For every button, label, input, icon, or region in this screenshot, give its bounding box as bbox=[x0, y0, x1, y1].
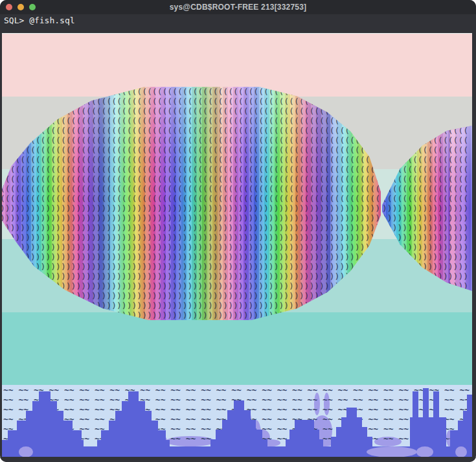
fish-body: ((((((((((((((((((((((((((((((((((((((((… bbox=[2, 87, 381, 320]
mountain-block bbox=[2, 440, 84, 446]
fish-scale-row: ((((((((((((((((((((((((((((((((((((((((… bbox=[2, 194, 381, 203]
fish-scale-row: ))))))))))))))))))))))))))))))))))))))))… bbox=[2, 271, 381, 281]
fish-body-scales: ((((((((((((((((((((((((((((((((((((((((… bbox=[2, 87, 381, 320]
fish-scale-row: ))))))))))))))))))))))))))))))))))))))))… bbox=[2, 213, 381, 223]
mountain-block bbox=[423, 388, 429, 417]
fish-scale-row: ((((((((((((((((((((((((((((((((((((((((… bbox=[2, 184, 381, 194]
mountain-block bbox=[455, 446, 467, 457]
fish-scale-row: ))))))))))))))))))))))))))))))))))))))))… bbox=[2, 242, 381, 252]
fish-scale-row: ))))))))))))))))))))))))))))))))))))))))… bbox=[2, 233, 381, 242]
mountain-block bbox=[286, 439, 323, 446]
fish-scale-row: ((((((((((((((((((((((((((((((((((((((((… bbox=[2, 165, 381, 174]
sea-stripe-teal bbox=[2, 312, 472, 385]
terminal-window: sys@CDB$ROOT-FREE 213[332753] SQL> @fish… bbox=[0, 0, 476, 462]
fish-scale-row: ))))))))))))))))) bbox=[382, 213, 472, 223]
fish-scale-row: ((((((((((((((((((((((((((((((((((((((((… bbox=[2, 155, 381, 165]
mountain-block bbox=[463, 411, 472, 421]
fish-scale-row: ))))))))))))))))))))))))))))))))))))))))… bbox=[2, 223, 381, 233]
fish-scale-row: ((((((((((((((((((((((((((((((((((((((((… bbox=[2, 174, 381, 184]
fish-scale-row: ((((((((((((((((((((((((((((((((((((((((… bbox=[2, 145, 381, 155]
fish-scale-row: ((((((((((((((((( bbox=[382, 194, 472, 203]
fish-scale-row: ((((((((((((((((( bbox=[382, 184, 472, 194]
fish-scale-row: ((((((((((((((((((((((((((((((((((((((((… bbox=[2, 126, 381, 135]
mountain-block bbox=[433, 391, 439, 417]
fish-scale-row: ))))))))))))))))) bbox=[382, 223, 472, 233]
fish-scale-row: ))))))))))))))))))))))))))))))))))))))))… bbox=[2, 262, 381, 271]
fish-scale-row: ))))))))))))))))))))))))))))))))))))))))… bbox=[2, 252, 381, 262]
title-bar[interactable]: sys@CDB$ROOT-FREE 213[332753] bbox=[0, 0, 476, 14]
mountain-block bbox=[416, 446, 433, 457]
mountain-block bbox=[97, 440, 170, 446]
mountain-block bbox=[210, 439, 267, 446]
window-bottom-edge bbox=[0, 457, 476, 462]
window-title: sys@CDB$ROOT-FREE 213[332753] bbox=[0, 3, 476, 12]
ascii-art-canvas: ((((((((((((((((((((((((((((((((((((((((… bbox=[2, 33, 472, 457]
mountain-block bbox=[410, 417, 446, 446]
fish-scale-row: ((((((((((((((((((((((((((((((((((((((((… bbox=[2, 135, 381, 145]
mountain-block bbox=[413, 391, 418, 417]
mountain-block bbox=[458, 421, 472, 430]
mountain-block bbox=[19, 446, 33, 457]
fish-scale-row: ))))))))))))))))) bbox=[382, 203, 472, 213]
mountain-block bbox=[467, 395, 472, 411]
mountain-block bbox=[331, 437, 372, 446]
wave-row: ~~ ~~ ~~ ~~ ~~ ~~ ~~ ~~ ~~ ~~ ~~ ~~ ~~ ~… bbox=[3, 385, 472, 395]
fish-scale-row: ))))))))))))))))))))))))))))))))))))))))… bbox=[2, 203, 381, 213]
mountain-block bbox=[450, 430, 472, 446]
terminal-prompt-line: SQL> @fish.sql bbox=[4, 16, 75, 26]
mountain-block bbox=[367, 446, 417, 457]
